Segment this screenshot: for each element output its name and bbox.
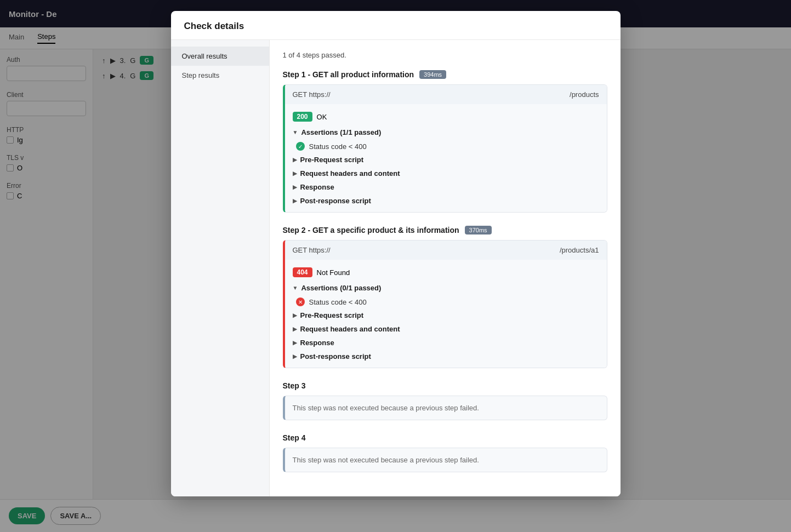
step-1-req-headers-chevron: ▶	[293, 170, 297, 176]
step-2-badge: 370ms	[465, 226, 492, 234]
step-1-assertion-0-text: Status code < 400	[309, 142, 367, 151]
step-1-assertions-label: Assertions (1/1 passed)	[301, 128, 381, 136]
step-1-req-headers-label: Request headers and content	[300, 169, 400, 178]
step-1-response-label: Response	[300, 183, 334, 191]
step-2-request-header: GET https:// /products/a1	[285, 241, 607, 260]
step-2-req-headers-chevron: ▶	[293, 326, 297, 332]
step-3-block: Step 3 This step was not executed becaus…	[283, 381, 607, 420]
step-2-chevron-down: ▼	[293, 285, 298, 291]
step-2-status-text: Not Found	[317, 268, 350, 277]
step-2-card-body: 404 Not Found ▼ Assertions (0/1 passed) …	[285, 260, 607, 368]
step-2-post-response-chevron: ▶	[293, 353, 297, 359]
step-1-title-row: Step 1 - GET all product information 394…	[283, 70, 607, 79]
modal-title: Check details	[171, 11, 621, 40]
step-2-assertion-0-icon: ✕	[296, 298, 305, 306]
step-1-status-row: 200 OK	[285, 108, 607, 125]
modal-overlay: Check details Overall results Step resul…	[0, 0, 791, 532]
step-1-card-body: 200 OK ▼ Assertions (1/1 passed) ✓ Statu…	[285, 104, 607, 212]
step-4-skipped-message: This step was not executed because a pre…	[293, 456, 479, 464]
modal-body: Overall results Step results 1 of 4 step…	[171, 40, 621, 496]
step-1-status-code: 200	[293, 112, 312, 122]
step-2-status-row: 404 Not Found	[285, 264, 607, 281]
step-2-response-chevron: ▶	[293, 340, 297, 346]
step-1-pre-request[interactable]: ▶ Pre-Request script	[285, 153, 607, 167]
step-1-assertion-0-icon: ✓	[296, 142, 305, 151]
step-1-post-response-chevron: ▶	[293, 198, 297, 204]
step-1-url-prefix: GET https://	[293, 90, 331, 99]
sidebar-item-step-results[interactable]: Step results	[171, 66, 269, 85]
step-1-response[interactable]: ▶ Response	[285, 180, 607, 194]
step-1-post-response-label: Post-response script	[300, 197, 371, 205]
step-2-title-row: Step 2 - GET a specific product & its in…	[283, 226, 607, 234]
step-3-skipped-card: This step was not executed because a pre…	[283, 396, 607, 420]
step-2-block: Step 2 - GET a specific product & its in…	[283, 226, 607, 368]
check-details-modal: Check details Overall results Step resul…	[171, 11, 621, 496]
step-1-badge: 394ms	[419, 70, 446, 79]
step-2-post-response[interactable]: ▶ Post-response script	[285, 350, 607, 363]
step-1-pre-request-chevron: ▶	[293, 157, 297, 163]
step-2-assertions-label: Assertions (0/1 passed)	[301, 284, 381, 292]
step-2-req-headers-label: Request headers and content	[300, 325, 400, 333]
step-4-skipped-card: This step was not executed because a pre…	[283, 448, 607, 472]
step-2-request-headers[interactable]: ▶ Request headers and content	[285, 322, 607, 336]
step-2-assertions-header[interactable]: ▼ Assertions (0/1 passed)	[285, 281, 607, 295]
step-4-block: Step 4 This step was not executed becaus…	[283, 433, 607, 472]
step-4-title: Step 4	[283, 433, 306, 442]
step-1-url-suffix: /products	[570, 90, 599, 99]
step-1-request-headers[interactable]: ▶ Request headers and content	[285, 167, 607, 180]
step-2-pre-request[interactable]: ▶ Pre-Request script	[285, 308, 607, 322]
step-1-assertions-header[interactable]: ▼ Assertions (1/1 passed)	[285, 125, 607, 140]
step-2-url-prefix: GET https://	[293, 246, 331, 254]
overall-summary: 1 of 4 steps passed.	[283, 51, 607, 59]
step-1-request-header: GET https:// /products	[285, 85, 607, 104]
step-1-title: Step 1 - GET all product information	[283, 70, 414, 79]
sidebar-item-overall-results[interactable]: Overall results	[171, 47, 269, 66]
step-1-assertion-0: ✓ Status code < 400	[285, 140, 607, 153]
step-1-request-card: GET https:// /products 200 OK ▼ Asse	[283, 84, 607, 213]
step-2-response[interactable]: ▶ Response	[285, 336, 607, 350]
step-2-status-code: 404	[293, 267, 312, 277]
step-2-pre-request-label: Pre-Request script	[300, 311, 364, 319]
step-2-response-label: Response	[300, 339, 334, 347]
step-3-skipped-message: This step was not executed because a pre…	[293, 404, 479, 412]
modal-sidebar: Overall results Step results	[171, 40, 270, 496]
step-3-title: Step 3	[283, 381, 306, 390]
step-2-assertion-0-text: Status code < 400	[309, 298, 367, 306]
step-2-title: Step 2 - GET a specific product & its in…	[283, 226, 459, 234]
step-1-block: Step 1 - GET all product information 394…	[283, 70, 607, 213]
step-4-title-row: Step 4	[283, 433, 607, 442]
step-1-status-text: OK	[317, 113, 327, 121]
step-1-response-chevron: ▶	[293, 184, 297, 190]
step-2-post-response-label: Post-response script	[300, 352, 371, 361]
step-1-pre-request-label: Pre-Request script	[300, 156, 364, 164]
modal-main-content: 1 of 4 steps passed. Step 1 - GET all pr…	[270, 40, 621, 496]
step-3-title-row: Step 3	[283, 381, 607, 390]
step-2-url-suffix: /products/a1	[560, 246, 599, 254]
step-1-chevron-down: ▼	[293, 129, 298, 135]
step-2-assertion-0: ✕ Status code < 400	[285, 295, 607, 308]
step-2-pre-request-chevron: ▶	[293, 312, 297, 318]
step-2-request-card: GET https:// /products/a1 404 Not Found …	[283, 240, 607, 368]
step-1-post-response[interactable]: ▶ Post-response script	[285, 194, 607, 208]
